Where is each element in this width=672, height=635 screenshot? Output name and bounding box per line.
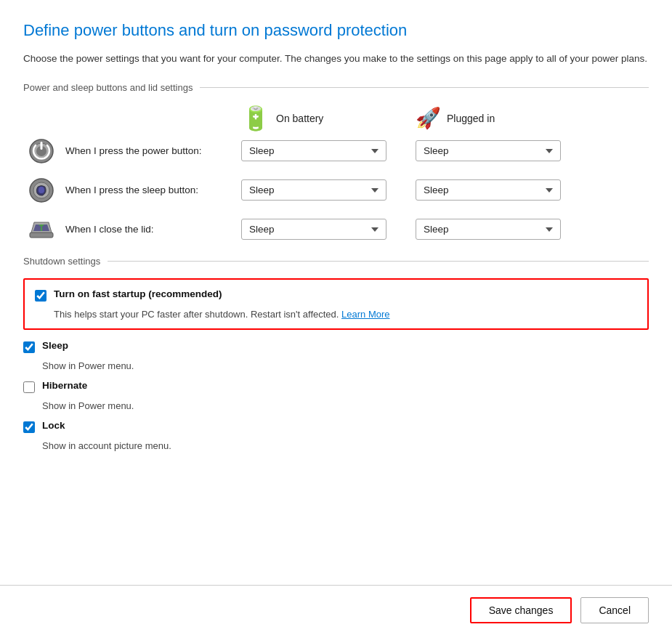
sleep-button-label: When I press the sleep button: — [60, 185, 241, 195]
sleep-button-icon — [23, 177, 60, 203]
power-battery-dropdown-wrapper[interactable]: Sleep Do nothing Hibernate Shut down Tur… — [241, 140, 386, 161]
sleep-plugged-dropdown-wrapper[interactable]: Sleep Do nothing Hibernate Shut down Tur… — [416, 179, 561, 201]
power-button-row: When I press the power button: Sleep Do … — [23, 138, 649, 164]
plugged-label: Plugged in — [447, 113, 495, 124]
power-button-icon — [23, 138, 60, 164]
lock-label: Lock — [42, 420, 65, 431]
battery-icon: 🔋 — [241, 105, 270, 132]
lid-icon — [23, 217, 60, 243]
lid-label: When I close the lid: — [60, 224, 241, 235]
shutdown-settings: Turn on fast startup (recommended) This … — [23, 278, 649, 451]
fast-startup-desc-text: This helps start your PC faster after sh… — [54, 309, 339, 320]
shutdown-section-divider — [108, 261, 649, 262]
power-plugged-dropdown[interactable]: Sleep Do nothing Hibernate Shut down Tur… — [416, 140, 561, 161]
sleep-checkbox[interactable] — [23, 341, 35, 353]
column-headers: 🔋 On battery 🚀 Plugged in — [241, 105, 649, 132]
svg-rect-11 — [41, 227, 42, 231]
hibernate-desc: Show in Power menu. — [42, 400, 649, 411]
power-plugged-dropdown-wrapper[interactable]: Sleep Do nothing Hibernate Shut down Tur… — [416, 140, 561, 161]
fast-startup-row: Turn on fast startup (recommended) — [35, 288, 637, 302]
fast-startup-box: Turn on fast startup (recommended) This … — [23, 278, 649, 330]
svg-rect-3 — [41, 142, 43, 150]
cancel-button[interactable]: Cancel — [580, 597, 649, 623]
power-button-label: When I press the power button: — [60, 145, 241, 156]
sleep-plugged-dropdown[interactable]: Sleep Do nothing Hibernate Shut down Tur… — [416, 179, 561, 201]
hibernate-row: Hibernate — [23, 380, 649, 393]
sleep-setting-group: Sleep Show in Power menu. — [23, 340, 649, 371]
lock-setting-group: Lock Show in account picture menu. — [23, 420, 649, 451]
hibernate-setting-group: Hibernate Show in Power menu. — [23, 380, 649, 411]
plugged-column-header: 🚀 Plugged in — [416, 105, 590, 132]
battery-column-header: 🔋 On battery — [241, 105, 416, 132]
fast-startup-checkbox[interactable] — [35, 290, 46, 302]
lid-plugged-dropdown-wrapper[interactable]: Sleep Do nothing Hibernate Shut down Tur… — [416, 219, 561, 240]
sleep-desc: Show in Power menu. — [42, 360, 649, 371]
lid-row: When I close the lid: Sleep Do nothing H… — [23, 217, 649, 243]
footer: Save changes Cancel — [0, 585, 672, 635]
svg-rect-7 — [30, 232, 53, 238]
hibernate-label: Hibernate — [42, 380, 87, 391]
lock-checkbox[interactable] — [23, 421, 35, 433]
sleep-battery-dropdown[interactable]: Sleep Do nothing Hibernate Shut down Tur… — [241, 179, 386, 201]
learn-more-link[interactable]: Learn More — [341, 309, 389, 320]
power-section-label: Power and sleep buttons and lid settings — [23, 82, 193, 93]
sleep-row: Sleep — [23, 340, 649, 353]
lid-battery-dropdown-wrapper[interactable]: Sleep Do nothing Hibernate Shut down Tur… — [241, 219, 386, 240]
page-description: Choose the power settings that you want … — [23, 52, 649, 66]
shutdown-section-label: Shutdown settings — [23, 256, 100, 267]
fast-startup-desc: This helps start your PC faster after sh… — [54, 309, 637, 320]
lid-battery-dropdown[interactable]: Sleep Do nothing Hibernate Shut down Tur… — [241, 219, 386, 240]
lid-plugged-dropdown[interactable]: Sleep Do nothing Hibernate Shut down Tur… — [416, 219, 561, 240]
sleep-label: Sleep — [42, 340, 68, 351]
lock-row: Lock — [23, 420, 649, 433]
sleep-button-row: When I press the sleep button: Sleep Do … — [23, 177, 649, 203]
page-title: Define power buttons and turn on passwor… — [23, 20, 649, 41]
plug-icon: 🚀 — [416, 106, 441, 130]
hibernate-checkbox[interactable] — [23, 381, 35, 393]
save-button[interactable]: Save changes — [470, 597, 572, 623]
fast-startup-label: Turn on fast startup (recommended) — [54, 288, 222, 299]
sleep-battery-dropdown-wrapper[interactable]: Sleep Do nothing Hibernate Shut down Tur… — [241, 179, 386, 201]
power-section-header: Power and sleep buttons and lid settings — [23, 82, 649, 93]
lock-desc: Show in account picture menu. — [42, 440, 649, 451]
power-battery-dropdown[interactable]: Sleep Do nothing Hibernate Shut down Tur… — [241, 140, 386, 161]
shutdown-section-header: Shutdown settings — [23, 256, 649, 267]
battery-label: On battery — [276, 113, 323, 124]
section-divider — [200, 87, 649, 88]
